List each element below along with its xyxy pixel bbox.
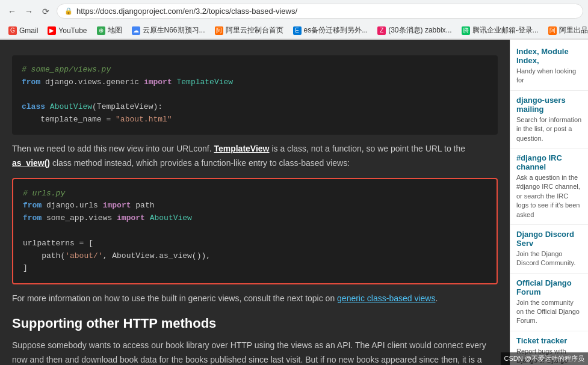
- sidebar-title-mailing[interactable]: django-users mailing: [516, 96, 582, 114]
- es-favicon: E: [293, 26, 302, 35]
- paragraph-3: Suppose somebody wants to access our boo…: [12, 339, 498, 365]
- code-comment-1: # some_app/views.py: [22, 65, 111, 74]
- code-class-kw: class: [22, 102, 45, 111]
- sidebar-title-index[interactable]: Index, Module Index,: [516, 47, 582, 65]
- sidebar-desc-forum: Join the community on the Official Djang…: [516, 298, 582, 326]
- code-classname-1: TemplateView: [177, 78, 234, 87]
- paragraph-1-text: Then we need to add this new view into o…: [12, 144, 214, 153]
- forward-button[interactable]: →: [22, 4, 36, 19]
- code-module-2: django.urls: [46, 201, 98, 210]
- bookmark-es-label: es备份迁移到另外...: [304, 25, 368, 35]
- code-comma: , AboutView.as_view()),: [103, 251, 211, 260]
- sidebar-title-discord[interactable]: Django Discord Serv: [516, 230, 582, 248]
- bookmark-gmail[interactable]: G Gmail: [5, 25, 42, 36]
- sidebar-section-index: Index, Module Index, Handy when looking …: [510, 42, 588, 91]
- code-classname-about: AboutView: [50, 102, 92, 111]
- paragraph-2: For more information on how to use the b…: [12, 292, 498, 306]
- aliyun-favicon: 阿: [215, 26, 223, 35]
- code-block-1: # some_app/views.py from django.views.ge…: [12, 55, 498, 135]
- code-path-call: path(: [23, 251, 65, 260]
- reload-button[interactable]: ⟳: [39, 4, 53, 19]
- bookmark-tencent-label: 腾讯企业邮箱-登录...: [472, 25, 539, 35]
- sidebar-desc-index: Handy when looking for: [516, 67, 582, 85]
- sidebar-section-forum: Official Django Forum Join the community…: [510, 274, 588, 331]
- paragraph-3-text: Suppose somebody wants to access our boo…: [12, 340, 497, 365]
- code-from-3: from: [23, 213, 42, 222]
- bookmark-map-label: 地图: [108, 25, 122, 35]
- sidebar-title-irc[interactable]: #django IRC channel: [516, 153, 582, 171]
- code-urlpatterns: urlpatterns = [: [23, 239, 93, 248]
- sidebar-desc-discord: Join the Django Discord Community.: [516, 250, 582, 268]
- code-module-1: django.views.generic: [45, 78, 139, 87]
- bookmark-youtube-label: YouTube: [58, 26, 87, 35]
- code-import-1: import: [144, 78, 172, 87]
- paragraph-1-mid: is a class, not a function, so we point …: [270, 144, 466, 153]
- code-string-html: "about.html": [116, 115, 172, 124]
- bookmark-tencent[interactable]: 腾 腾讯企业邮箱-登录...: [458, 24, 542, 37]
- gmail-favicon: G: [8, 26, 17, 35]
- code-block-2: # urls.py from django.urls import path f…: [12, 178, 498, 285]
- code-paren: (TemplateView):: [92, 102, 162, 111]
- sidebar-title-ticket[interactable]: Ticket tracker: [516, 336, 582, 345]
- sidebar-desc-irc: Ask a question in the #django IRC channe…: [516, 173, 582, 219]
- map-favicon: ⊕: [97, 26, 105, 35]
- zabbix-favicon: Z: [377, 26, 386, 35]
- code-path: path: [135, 201, 154, 210]
- doc-area: # some_app/views.py from django.views.ge…: [0, 40, 510, 365]
- paragraph-2-start: For more information on how to use the b…: [12, 293, 337, 303]
- code-comment-2: # urls.py: [23, 189, 65, 198]
- back-button[interactable]: ←: [5, 4, 19, 19]
- code-import-3: import: [117, 213, 145, 222]
- paragraph-1-end: class method instead, which provides a f…: [50, 158, 350, 168]
- youtube-favicon: ▶: [48, 26, 56, 35]
- sidebar-section-discord: Django Discord Serv Join the Django Disc…: [510, 225, 588, 274]
- bookmark-gmail-label: Gmail: [19, 26, 38, 35]
- bookmark-cloud-label: 云原生N66期预习...: [143, 25, 205, 35]
- paragraph-2-end: .: [435, 293, 438, 303]
- bookmark-map[interactable]: ⊕ 地图: [93, 24, 126, 37]
- code-string-about: 'about/': [65, 251, 102, 260]
- bookmark-otter-label: 阿里出品otter-同...: [559, 25, 588, 35]
- bookmark-es[interactable]: E es备份迁移到另外...: [289, 24, 372, 37]
- url-text: https://docs.djangoproject.com/en/3.2/to…: [76, 7, 297, 16]
- code-module-3: some_app.views: [46, 213, 112, 222]
- browser-toolbar: ← → ⟳ 🔒 https://docs.djangoproject.com/e…: [0, 0, 588, 22]
- generic-views-link[interactable]: generic class-based views: [337, 293, 435, 303]
- code-indent: template_name =: [22, 115, 116, 124]
- address-bar[interactable]: 🔒 https://docs.djangoproject.com/en/3.2/…: [57, 4, 583, 19]
- tencent-favicon: 腾: [462, 26, 470, 35]
- bookmark-aliyun[interactable]: 阿 阿里云控制台首页: [211, 24, 287, 37]
- otter-favicon: 阿: [548, 26, 557, 35]
- bookmark-cloud[interactable]: ☁ 云原生N66期预习...: [128, 24, 209, 37]
- bookmark-zabbix[interactable]: Z (30条消息) zabbix...: [374, 24, 455, 37]
- asview-ref: as_view(): [12, 158, 50, 168]
- sidebar-desc-mailing: Search for information in the list, or p…: [516, 115, 582, 143]
- sidebar-title-forum[interactable]: Official Django Forum: [516, 278, 582, 296]
- csdn-watermark-text: CSDN @不爱运动的程序员: [504, 355, 584, 362]
- cloud-favicon: ☁: [132, 26, 140, 35]
- main-content: # some_app/views.py from django.views.ge…: [0, 40, 588, 365]
- paragraph-1: Then we need to add this new view into o…: [12, 142, 498, 171]
- csdn-watermark: CSDN @不爱运动的程序员: [501, 352, 588, 365]
- bookmarks-bar: G Gmail ▶ YouTube ⊕ 地图 ☁ 云原生N66期预习... 阿 …: [0, 22, 588, 39]
- bookmark-youtube[interactable]: ▶ YouTube: [44, 25, 90, 36]
- bookmark-otter[interactable]: 阿 阿里出品otter-同...: [545, 24, 588, 37]
- code-from-2: from: [23, 201, 42, 210]
- right-sidebar: Index, Module Index, Handy when looking …: [510, 40, 588, 365]
- nav-buttons: ← → ⟳: [5, 4, 53, 19]
- sidebar-section-mailing: django-users mailing Search for informat…: [510, 91, 588, 149]
- bookmark-aliyun-label: 阿里云控制台首页: [226, 25, 283, 35]
- code-aboutview: AboutView: [150, 213, 192, 222]
- templateview-ref: TemplateView: [214, 144, 269, 153]
- sidebar-section-irc: #django IRC channel Ask a question in th…: [510, 149, 588, 225]
- bookmark-zabbix-label: (30条消息) zabbix...: [388, 25, 451, 35]
- code-import-2: import: [103, 201, 131, 210]
- lock-icon: 🔒: [64, 7, 73, 15]
- http-methods-heading: Supporting other HTTP methods: [12, 316, 498, 331]
- code-from-1: from: [22, 78, 40, 87]
- code-close-bracket: ]: [23, 263, 28, 272]
